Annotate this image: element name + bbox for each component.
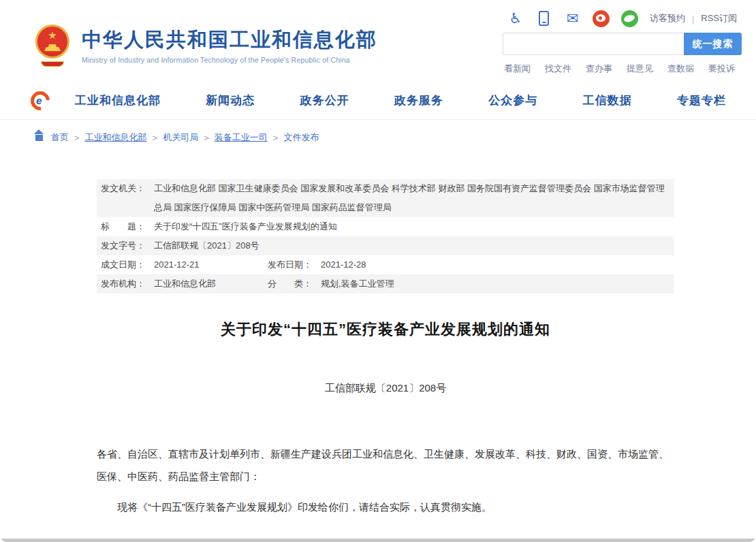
doc-number-value: 工信部联规〔2021〕208号 bbox=[154, 236, 673, 255]
issuing-org-label: 发文机关： bbox=[101, 179, 154, 217]
article-paragraph-instruction: 现将《“十四五”医疗装备产业发展规划》印发给你们，请结合实际，认真贯彻实施。 bbox=[97, 496, 674, 518]
issuing-org-value: 工业和信息化部 国家卫生健康委员会 国家发展和改革委员会 科学技术部 财政部 国… bbox=[154, 179, 673, 217]
meta-row-title: 标 题： 关于印发“十四五”医疗装备产业发展规划的通知 bbox=[97, 217, 674, 236]
quick-link-documents[interactable]: 找文件 bbox=[545, 63, 571, 75]
site-subtitle: Ministry of Industry and Information Tec… bbox=[82, 56, 377, 64]
utility-bar: ♿ ✉ 访客预约 | RSS订阅 bbox=[507, 10, 737, 27]
breadcrumb-home[interactable]: 首页 bbox=[51, 131, 69, 144]
separator: | bbox=[692, 14, 694, 24]
wechat-icon[interactable] bbox=[621, 10, 639, 27]
unified-search-button[interactable]: 统一搜索 bbox=[684, 33, 742, 55]
nav-item-special-topics[interactable]: 专题专栏 bbox=[677, 93, 726, 108]
main-nav: e 工业和信息化部 新闻动态 政务公开 政务服务 公众参与 工信数据 专题专栏 bbox=[0, 82, 756, 120]
category-label: 分 类： bbox=[268, 274, 321, 293]
meta-row-doc-number: 发文字号： 工信部联规〔2021〕208号 bbox=[97, 236, 674, 255]
visit-reservation-link[interactable]: 访客预约 bbox=[650, 12, 685, 25]
weibo-icon[interactable] bbox=[593, 10, 610, 27]
meta-row-issuing-org: 发文机关： 工业和信息化部 国家卫生健康委员会 国家发展和改革委员会 科学技术部… bbox=[97, 179, 674, 217]
breadcrumb-miit[interactable]: 工业和信息化部 bbox=[85, 131, 147, 144]
doc-title-label: 标 题： bbox=[101, 217, 154, 236]
site-title: 中华人民共和国工业和信息化部 bbox=[82, 29, 377, 51]
publish-date-label: 发布日期： bbox=[268, 255, 321, 274]
breadcrumb-departments[interactable]: 机关司局 bbox=[163, 131, 198, 144]
doc-number-label: 发文字号： bbox=[101, 236, 154, 255]
document-meta-table: 发文机关： 工业和信息化部 国家卫生健康委员会 国家发展和改革委员会 科学技术部… bbox=[97, 179, 674, 293]
meta-row-publisher: 发布机构： 工业和信息化部 分 类： 规划,装备工业管理 bbox=[97, 274, 674, 293]
written-date-label: 成文日期： bbox=[101, 255, 154, 274]
search-input[interactable] bbox=[503, 33, 684, 55]
breadcrumb: 首页 > 工业和信息化部 > 机关司局 > 装备工业一司 > 文件发布 bbox=[0, 120, 756, 144]
quick-link-news[interactable]: 看新闻 bbox=[504, 63, 531, 75]
nav-item-miit[interactable]: 工业和信息化部 bbox=[75, 93, 161, 108]
emblem-star-icon: ★ bbox=[48, 31, 57, 41]
mobile-version-icon[interactable] bbox=[535, 10, 553, 27]
quick-link-data[interactable]: 查数据 bbox=[667, 63, 694, 75]
document-content: 发文机关： 工业和信息化部 国家卫生健康委员会 国家发展和改革委员会 科学技术部… bbox=[97, 179, 674, 518]
nav-item-public-participation[interactable]: 公众参与 bbox=[488, 93, 537, 108]
nav-item-news[interactable]: 新闻动态 bbox=[206, 93, 255, 108]
accessibility-icon[interactable]: ♿ bbox=[507, 10, 524, 27]
miit-webpage: ♿ ✉ 访客预约 | RSS订阅 ★ 中华人民共和国工业和信息化部 Minis bbox=[0, 0, 756, 542]
rss-subscribe-link[interactable]: RSS订阅 bbox=[701, 12, 737, 25]
publish-date-value: 2021-12-28 bbox=[321, 255, 366, 274]
quick-link-services[interactable]: 查办事 bbox=[586, 63, 612, 75]
email-icon[interactable]: ✉ bbox=[564, 10, 582, 27]
article-title: 关于印发“十四五”医疗装备产业发展规划的通知 bbox=[97, 319, 674, 340]
meta-row-dates: 成文日期： 2021-12-21 发布日期： 2021-12-28 bbox=[97, 255, 674, 274]
search-quick-links: 看新闻 找文件 查办事 提意见 查数据 要投诉 bbox=[503, 63, 742, 75]
publisher-value: 工业和信息化部 bbox=[154, 274, 216, 293]
emblem-gate-icon bbox=[44, 44, 61, 51]
category-value: 规划,装备工业管理 bbox=[321, 274, 394, 293]
nav-item-gov-disclosure[interactable]: 政务公开 bbox=[300, 93, 349, 108]
article-doc-number: 工信部联规〔2021〕208号 bbox=[97, 382, 674, 395]
utility-links: 访客预约 | RSS订阅 bbox=[650, 12, 737, 25]
written-date-value: 2021-12-21 bbox=[154, 255, 200, 274]
doc-title-value: 关于印发“十四五”医疗装备产业发展规划的通知 bbox=[154, 217, 673, 236]
article-body: 各省、自治区、直辖市及计划单列市、新疆生产建设兵团工业和信息化、卫生健康、发展改… bbox=[97, 443, 674, 518]
national-emblem-logo: ★ bbox=[35, 25, 69, 67]
quick-link-complaint[interactable]: 要投诉 bbox=[708, 63, 735, 75]
quick-link-feedback[interactable]: 提意见 bbox=[627, 63, 653, 75]
search-zone: 统一搜索 看新闻 找文件 查办事 提意见 查数据 要投诉 bbox=[503, 33, 742, 75]
site-header: ♿ ✉ 访客预约 | RSS订阅 ★ 中华人民共和国工业和信息化部 Minis bbox=[0, 0, 756, 82]
publisher-label: 发布机构： bbox=[101, 274, 154, 293]
breadcrumb-document-release[interactable]: 文件发布 bbox=[283, 131, 319, 144]
bottom-divider bbox=[0, 539, 756, 542]
breadcrumb-equipment-dept[interactable]: 装备工业一司 bbox=[215, 131, 268, 144]
article-paragraph-recipients: 各省、自治区、直辖市及计划单列市、新疆生产建设兵团工业和信息化、卫生健康、发展改… bbox=[97, 443, 674, 488]
nav-item-miit-data[interactable]: 工信数据 bbox=[583, 93, 632, 108]
miit-e-logo-icon: e bbox=[30, 91, 50, 111]
nav-item-gov-services[interactable]: 政务服务 bbox=[394, 93, 443, 108]
site-brand: ★ 中华人民共和国工业和信息化部 Ministry of Industry an… bbox=[35, 25, 377, 67]
home-icon[interactable] bbox=[34, 133, 44, 142]
